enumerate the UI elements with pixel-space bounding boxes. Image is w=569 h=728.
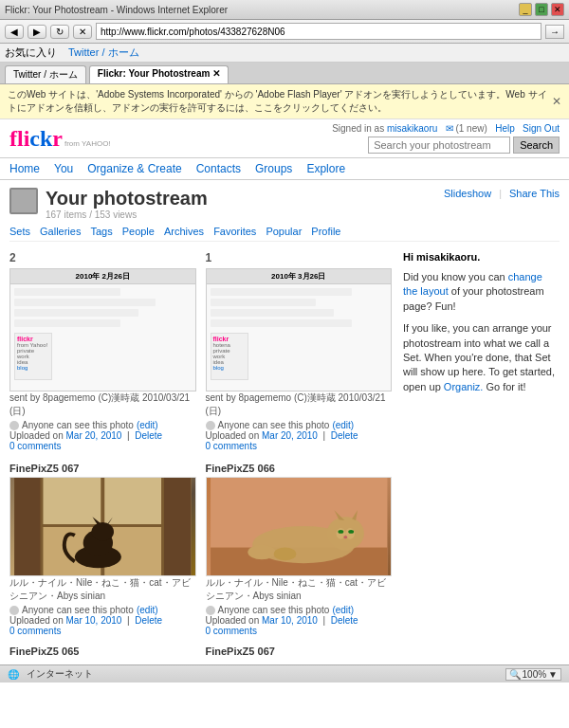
cat-image-1 [10, 478, 195, 575]
cat-title-2: FinePixZ5 066 [206, 463, 393, 474]
subnav-sets[interactable]: Sets [9, 226, 30, 237]
cat-thumb-1[interactable] [9, 477, 196, 576]
edit-link-cat2[interactable]: (edit) [332, 605, 354, 615]
notebook-line [211, 288, 352, 296]
comments-2[interactable]: 0 comments [9, 441, 196, 451]
nav-contacts[interactable]: Contacts [196, 162, 241, 175]
next-row-preview: FinePixZ5 065 FinePixZ5 067 [9, 646, 392, 657]
menu-twitter[interactable]: Twitter / ホーム [68, 46, 139, 60]
stop-button[interactable]: ✕ [73, 25, 92, 39]
notebook-date-2: 2010年 2月26日 [10, 269, 195, 284]
edit-link-cat1[interactable]: (edit) [137, 605, 158, 615]
notebook-date-1: 2010年 3月26日 [207, 269, 392, 284]
cat-date-link-1[interactable]: Mar 10, 2010 [66, 615, 122, 626]
subnav-archives[interactable]: Archives [164, 226, 204, 237]
forward-button[interactable]: ▶ [28, 25, 46, 39]
nav-explore[interactable]: Explore [306, 162, 345, 175]
delete-link-2[interactable]: Delete [135, 430, 162, 441]
notebook-thumb-2[interactable]: 2010年 2月26日 flickr from [9, 268, 196, 391]
subnav-profile[interactable]: Profile [311, 226, 340, 237]
signed-in-area: Signed in as misakikaoru ✉ (1 new) Help … [332, 123, 560, 134]
notebook-thumb-1[interactable]: 2010年 3月26日 flickr hote [206, 268, 393, 391]
notebook-line [211, 309, 335, 317]
signout-link[interactable]: Sign Out [523, 123, 560, 134]
search-input[interactable] [368, 136, 510, 154]
edit-link-2[interactable]: (edit) [137, 420, 158, 430]
photostream-icon [9, 188, 38, 214]
svg-point-11 [91, 522, 114, 541]
cat-photo-2: FinePixZ5 066 [206, 463, 393, 636]
upload-date-link-2[interactable]: Mar 20, 2010 [66, 430, 122, 441]
photo-privacy-2: Anyone can see this photo (edit) [9, 420, 196, 430]
tab-twitter[interactable]: Twitter / ホーム [5, 65, 86, 83]
photo-num-1: 1 [206, 251, 393, 264]
delete-link-1[interactable]: Delete [331, 430, 358, 441]
flickr-logo[interactable]: flickr [9, 126, 63, 152]
menu-favorites[interactable]: お気に入り [5, 46, 57, 60]
search-button[interactable]: Search [513, 136, 560, 154]
go-button[interactable]: → [545, 25, 564, 39]
subnav-favorites[interactable]: Favorites [213, 226, 256, 237]
header-right: Signed in as misakikaoru ✉ (1 new) Help … [332, 123, 560, 154]
subnav-galleries[interactable]: Galleries [40, 226, 81, 237]
notification-text: このWeb サイトは、'Adobe Systems Incorporated' … [8, 88, 552, 115]
cat-thumb-2[interactable] [206, 477, 393, 576]
comments-1[interactable]: 0 comments [206, 441, 393, 451]
nav-home[interactable]: Home [9, 162, 40, 175]
page-title-area: Your photostream 167 items / 153 views [46, 188, 208, 220]
privacy-icon-cat2 [206, 606, 215, 615]
cat-comments-1[interactable]: 0 comments [9, 626, 196, 636]
cat-delete-1[interactable]: Delete [135, 615, 162, 626]
help-link[interactable]: Help [495, 123, 515, 134]
maximize-button[interactable]: □ [535, 3, 548, 16]
flickr-content: Your photostream 167 items / 153 views S… [0, 180, 569, 664]
address-bar[interactable] [96, 23, 541, 40]
minimize-button[interactable]: _ [519, 3, 532, 16]
logo-area: flickr from YAHOO! [9, 126, 111, 152]
edit-link-1[interactable]: (edit) [332, 420, 354, 430]
zoom-icon: 🔍 [509, 669, 521, 680]
search-area: Search [368, 136, 560, 154]
cat-privacy-2: Anyone can see this photo (edit) [206, 605, 393, 615]
mail-link[interactable]: ✉ [446, 123, 453, 134]
nav-groups[interactable]: Groups [255, 162, 292, 175]
flickr-page: flickr from YAHOO! Signed in as misakika… [0, 119, 569, 664]
change-layout-link[interactable]: change the layout [403, 271, 542, 297]
mail-count: (1 new) [455, 123, 486, 134]
subnav-popular[interactable]: Popular [266, 226, 302, 237]
cat-privacy-1: Anyone can see this photo (edit) [9, 605, 196, 615]
sidebar-greeting: Hi misakikaoru. [403, 251, 560, 263]
cat-delete-2[interactable]: Delete [331, 615, 358, 626]
cat-comments-2[interactable]: 0 comments [206, 626, 393, 636]
notebook-line [14, 309, 138, 317]
svg-point-23 [348, 530, 354, 534]
notebook-panel: flickr from Yahoo! private work idea blo… [14, 333, 52, 380]
tab-flickr[interactable]: Flickr: Your Photostream ✕ [89, 65, 229, 83]
subnav-people[interactable]: People [122, 226, 155, 237]
close-button[interactable]: ✕ [551, 3, 564, 16]
refresh-button[interactable]: ↻ [50, 25, 69, 39]
cat-date-1: Uploaded on Mar 10, 2010 | Delete [9, 615, 196, 626]
share-button[interactable]: Share This [509, 188, 560, 199]
sidebar-para1: Did you know you can change the layout o… [403, 270, 560, 314]
zoom-control[interactable]: 🔍 100% ▼ [505, 668, 561, 681]
notebook-line [14, 288, 120, 296]
status-left: 🌐 インターネット [8, 667, 93, 681]
subnav-tags[interactable]: Tags [90, 226, 112, 237]
slideshow-button[interactable]: Slideshow [444, 188, 491, 199]
upload-date-link-1[interactable]: Mar 20, 2010 [262, 430, 318, 441]
organiz-link[interactable]: Organiz. [444, 381, 484, 392]
signed-in-text: Signed in as [332, 123, 384, 134]
nav-organize[interactable]: Organize & Create [87, 162, 181, 175]
status-text: インターネット [27, 667, 93, 681]
username-link[interactable]: misakikaoru [387, 123, 437, 134]
cat-tags-1: ルル・ナイル・Nile・ねこ・猫・cat・アビシニアン・Abys sinian [9, 576, 196, 603]
cat-photo-1: FinePixZ5 067 [9, 463, 196, 636]
yahoo-sub: from YAHOO! [64, 139, 111, 148]
svg-point-26 [273, 548, 296, 561]
page-stats: 167 items / 153 views [46, 209, 208, 220]
notification-close[interactable]: ✕ [552, 95, 561, 108]
back-button[interactable]: ◀ [5, 25, 24, 39]
cat-date-link-2[interactable]: Mar 10, 2010 [262, 615, 318, 626]
nav-you[interactable]: You [54, 162, 73, 175]
